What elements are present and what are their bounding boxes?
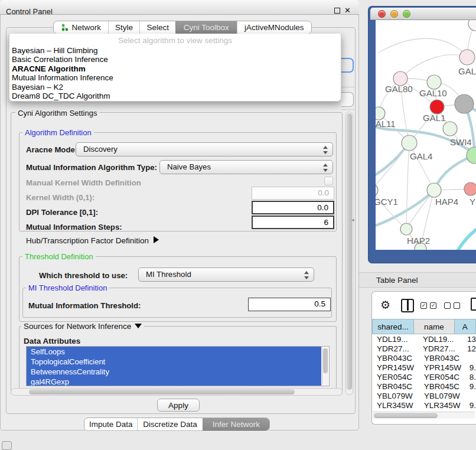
network-node-swi4[interactable] [443, 122, 457, 136]
aracne-mode-label: Aracne Mode: [26, 145, 77, 154]
cyni-algorithm-settings-title: Cyni Algorithm Settings [15, 109, 99, 118]
unchecked-checkbox-icon[interactable] [454, 302, 460, 309]
tab-cyni-toolbox[interactable]: Cyni Toolbox [175, 21, 237, 34]
table-row[interactable]: YLR345WYLR345W9. [372, 401, 476, 410]
table-cell: YBR043C [418, 354, 462, 363]
column-header-shared[interactable]: shared... [372, 319, 414, 334]
checked-checkbox-icon[interactable]: ✓ [430, 302, 436, 309]
data-attributes-list[interactable]: SelfLoopsTopologicalCoefficientBetweenne… [26, 346, 330, 386]
hub-definition-toggle[interactable]: Hub/Transcription Factor Definition [26, 236, 159, 245]
attribute-item-selected[interactable]: gal4RGexp [27, 377, 321, 386]
attributes-scrollbar-thumb[interactable] [323, 348, 328, 373]
splitter-handle-icon[interactable]: ◂ [351, 217, 354, 223]
sources-toggle[interactable]: Sources for Network Inference [21, 322, 144, 331]
close-icon[interactable]: ✕ [344, 6, 351, 15]
table-row[interactable]: YDR27...YDR27...12 [372, 344, 476, 354]
table-hscrollbar-thumb[interactable] [374, 413, 438, 418]
close-traffic-light[interactable] [378, 10, 386, 18]
mi-algorithm-type-combo[interactable]: Naive Bayes [159, 160, 333, 174]
tab-label: Cyni Toolbox [184, 23, 229, 32]
apply-button[interactable]: Apply [157, 399, 200, 412]
settings-vscrollbar-thumb[interactable] [347, 113, 352, 390]
kernel-width-field[interactable]: 0.0 [252, 187, 334, 200]
tab-network[interactable]: Network [54, 21, 108, 34]
manual-kernel-width-label: Manual Kernel Width Definition [26, 178, 141, 187]
document-icon[interactable] [471, 298, 476, 311]
table-row[interactable]: YER054CYER054C8. [372, 373, 476, 382]
attributes-scrollbar[interactable] [322, 347, 328, 385]
network-node-y[interactable] [464, 182, 476, 195]
table-row[interactable]: YDL19...YDL19...13 [372, 335, 476, 344]
tab-discretize-data[interactable]: Discretize Data [137, 418, 202, 431]
node-label: GAL1 [423, 113, 445, 123]
table-cell: 12 [460, 344, 476, 354]
network-node[interactable] [468, 20, 476, 31]
node-label: GAL11 [376, 119, 396, 129]
mi-threshold-label: Mutual Information Threshold: [28, 301, 141, 310]
table-cell: 9. [462, 363, 476, 373]
table-cell: 13 [460, 335, 476, 344]
column-header-a[interactable]: A [455, 319, 476, 334]
mi-threshold-definition-title: MI Threshold Definition [26, 283, 109, 292]
settings-hscrollbar-thumb[interactable] [29, 389, 295, 394]
attribute-item-selected[interactable]: SelfLoops [27, 347, 321, 357]
network-node-gal1[interactable] [430, 100, 444, 114]
table-cell: 8. [462, 373, 476, 382]
table-horizontal-scrollbar[interactable] [373, 412, 475, 419]
network-node-gal7[interactable] [459, 50, 475, 65]
network-node-gal10[interactable] [427, 75, 441, 89]
network-node-gal11[interactable] [376, 107, 385, 120]
table-cell: YDL19... [417, 335, 460, 344]
algorithm-option[interactable]: Bayesian – Hill Climbing [9, 46, 341, 55]
network-node-gal4[interactable] [402, 135, 417, 151]
tab-style[interactable]: Style [108, 21, 140, 34]
network-node[interactable] [455, 94, 474, 113]
table-row[interactable]: YBR043CYBR043C [372, 354, 476, 363]
minimize-traffic-light[interactable] [390, 10, 398, 18]
node-label: SWI4 [450, 137, 472, 147]
gear-icon[interactable]: ⚙ [380, 298, 390, 312]
dpi-tolerance-field[interactable]: 0.0 [252, 201, 334, 214]
table-row[interactable]: YBR045CYBR045C9. [372, 382, 476, 392]
algorithm-option[interactable]: Bayesian – K2 [9, 83, 341, 92]
settings-horizontal-scrollbar[interactable] [11, 388, 343, 396]
mi-threshold-field[interactable]: 0.5 [248, 298, 331, 311]
attribute-item-selected[interactable]: TopologicalCoefficient [27, 357, 321, 367]
algorithm-option[interactable]: Mutual Information Inference [9, 73, 341, 82]
network-view-canvas[interactable]: GAL7GAL80GAL10GAL1GAL11SWI4GAL4GCY1HAP4Y… [376, 20, 476, 250]
node-label: GAL7 [458, 66, 476, 76]
manual-kernel-width-checkbox[interactable] [324, 177, 333, 185]
control-panel-titlebar[interactable] [0, 0, 359, 15]
tab-impute-data[interactable]: Impute Data [84, 418, 137, 431]
aracne-mode-value: Discovery [83, 145, 118, 154]
attribute-item-selected[interactable]: BetweennessCentrality [27, 367, 321, 377]
tab-jactivemnodules[interactable]: jActiveMNodules [237, 21, 311, 34]
network-node-hap4[interactable] [427, 183, 441, 197]
settings-vertical-scrollbar[interactable] [345, 112, 353, 395]
algorithm-option[interactable]: Dream8 DC_TDC Algorithm [9, 92, 341, 100]
aracne-mode-combo[interactable]: Discovery [76, 142, 333, 156]
algorithm-popup-hint: Select algorithm to view settings [9, 34, 341, 46]
table-row[interactable]: YBL079WYBL079W [372, 392, 476, 401]
tab-select[interactable]: Select [139, 21, 175, 34]
table-rows[interactable]: YDL19...YDL19...13YDR27...YDR27...12YBR0… [372, 335, 476, 412]
network-node-gcy1[interactable] [376, 184, 378, 197]
network-nodes[interactable] [376, 20, 476, 250]
minimized-panel-icon[interactable] [2, 441, 12, 450]
split-columns-icon[interactable] [401, 299, 414, 312]
zoom-traffic-light[interactable] [403, 10, 410, 18]
table-cell: YLR345W [418, 401, 462, 410]
mi-steps-field[interactable]: 6 [252, 216, 334, 229]
algorithm-option[interactable]: ARACNE Algorithm [9, 64, 341, 73]
column-header-name[interactable]: name [414, 319, 454, 334]
float-window-icon[interactable] [334, 8, 340, 14]
which-threshold-combo[interactable]: MI Threshold [138, 268, 314, 282]
network-window-titlebar[interactable] [370, 8, 476, 20]
network-node-hap2[interactable] [400, 223, 412, 235]
tab-infer-network[interactable]: Infer Network [203, 418, 269, 431]
checked-checkbox-icon[interactable]: ✓ [420, 302, 427, 309]
table-row[interactable]: YPR145WYPR145W9. [372, 363, 476, 373]
algorithm-option[interactable]: Basic Correlation Inference [9, 55, 341, 64]
data-attributes-label: Data Attributes [24, 337, 80, 345]
unchecked-checkbox-icon[interactable] [444, 302, 451, 309]
